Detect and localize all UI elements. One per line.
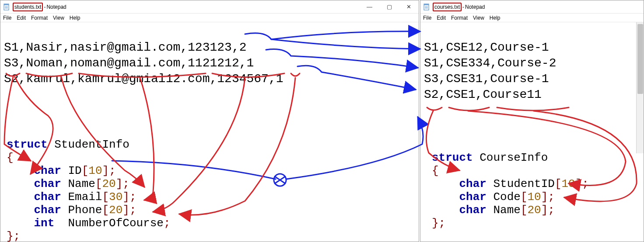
menu-help[interactable]: Help bbox=[490, 15, 500, 21]
students-file-contents: S1,Nasir,nasir@gmail.com,123123,2 S3,Nom… bbox=[4, 24, 415, 103]
notepad-icon bbox=[3, 3, 10, 10]
struct-courseinfo: struct CourseInfo { char StudentID[10]; … bbox=[432, 138, 589, 242]
menu-file[interactable]: File bbox=[3, 15, 11, 21]
menu-help[interactable]: Help bbox=[70, 15, 80, 21]
notepad-window-students: students.txt - Notepad — ▢ ✕ File Edit F… bbox=[0, 0, 419, 242]
line: S1,CSE12,Course-1 bbox=[424, 41, 549, 54]
line: S2,CSE1,Course11 bbox=[424, 88, 542, 101]
menu-file[interactable]: File bbox=[423, 15, 431, 21]
menu-edit[interactable]: Edit bbox=[17, 15, 26, 21]
svg-rect-1 bbox=[4, 4, 9, 5]
text-area-right[interactable]: S1,CSE12,Course-1 S1,CSE334,Course-2 S3,… bbox=[420, 22, 644, 242]
courses-file-contents: S1,CSE12,Course-1 S1,CSE334,Course-2 S3,… bbox=[424, 24, 640, 118]
title-appname-left: Notepad bbox=[46, 4, 66, 10]
notepad-window-courses: courses.txt - Notepad File Edit Format V… bbox=[420, 0, 644, 242]
notepad-icon bbox=[423, 3, 430, 10]
text-area-left[interactable]: S1,Nasir,nasir@gmail.com,123123,2 S3,Nom… bbox=[0, 22, 419, 242]
menubar-left: File Edit Format View Help bbox=[0, 14, 419, 22]
menu-format[interactable]: Format bbox=[451, 15, 468, 21]
scrollbar-vertical[interactable] bbox=[636, 22, 644, 153]
title-sep: - bbox=[462, 4, 464, 10]
svg-rect-6 bbox=[424, 4, 429, 5]
menu-edit[interactable]: Edit bbox=[437, 15, 446, 21]
line: S3,Noman,noman@gmail.com,1121212,1 bbox=[4, 56, 254, 70]
scrollbar-thumb[interactable] bbox=[637, 24, 643, 94]
menu-format[interactable]: Format bbox=[31, 15, 48, 21]
line: S1,Nasir,nasir@gmail.com,123123,2 bbox=[4, 41, 247, 54]
title-appname-right: Notepad bbox=[465, 4, 485, 10]
titlebar-right[interactable]: courses.txt - Notepad bbox=[420, 0, 644, 14]
titlebar-left[interactable]: students.txt - Notepad — ▢ ✕ bbox=[0, 0, 419, 14]
title-filename-students: students.txt bbox=[13, 3, 43, 11]
title-sep: - bbox=[44, 4, 46, 10]
maximize-button[interactable]: ▢ bbox=[379, 0, 399, 13]
window-controls: — ▢ ✕ bbox=[360, 0, 419, 13]
struct-studentinfo: struct StudentInfo { char ID[10]; char N… bbox=[7, 125, 171, 242]
menu-view[interactable]: View bbox=[53, 15, 64, 21]
line: S1,CSE334,Course-2 bbox=[424, 56, 556, 70]
line: S3,CSE31,Course-1 bbox=[424, 72, 549, 86]
workspace: students.txt - Notepad — ▢ ✕ File Edit F… bbox=[0, 0, 644, 242]
line: S2,kamrul,kamrul@gmial12.com,1234567,1 bbox=[4, 72, 284, 86]
menubar-right: File Edit Format View Help bbox=[420, 14, 644, 22]
minimize-button[interactable]: — bbox=[360, 0, 379, 13]
title-filename-courses: courses.txt bbox=[433, 3, 462, 11]
menu-view[interactable]: View bbox=[473, 15, 484, 21]
close-button[interactable]: ✕ bbox=[399, 0, 419, 13]
